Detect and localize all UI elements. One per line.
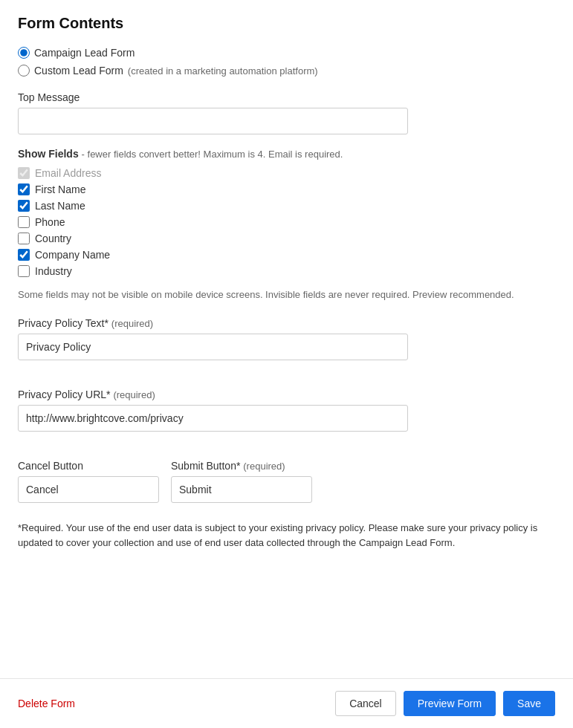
form-type-radio-group: Campaign Lead Form Custom Lead Form (cre… [18, 47, 555, 77]
button-labels-section: Cancel Button Submit Button* (required) [18, 460, 555, 503]
email-label: Email Address [35, 167, 101, 179]
preview-form-button[interactable]: Preview Form [404, 691, 496, 716]
top-message-section: Top Message [18, 91, 555, 134]
privacy-policy-url-label: Privacy Policy URL* (required) [18, 389, 555, 400]
button-label-fields: Cancel Button Submit Button* (required) [18, 460, 555, 503]
show-fields-label-text: Show Fields [18, 148, 79, 160]
delete-form-button[interactable]: Delete Form [18, 698, 75, 709]
custom-lead-form-option[interactable]: Custom Lead Form (created in a marketing… [18, 65, 555, 77]
fields-info-text: Some fields may not be visible on mobile… [18, 287, 555, 302]
privacy-policy-text-section: Privacy Policy Text* (required) [18, 317, 555, 360]
industry-checkbox[interactable] [18, 265, 30, 277]
phone-label: Phone [35, 216, 65, 228]
field-first-name[interactable]: First Name [18, 183, 555, 195]
country-label: Country [35, 233, 71, 244]
privacy-policy-url-section: Privacy Policy URL* (required) [18, 389, 555, 432]
cancel-button-input[interactable] [18, 476, 159, 503]
first-name-label: First Name [35, 183, 85, 195]
last-name-checkbox[interactable] [18, 200, 30, 212]
show-fields-section: Show Fields - fewer fields convert bette… [18, 148, 555, 302]
field-industry[interactable]: Industry [18, 265, 555, 277]
field-company-name[interactable]: Company Name [18, 249, 555, 261]
fields-checkbox-group: Email Address First Name Last Name Phone… [18, 167, 555, 277]
privacy-policy-url-input[interactable] [18, 405, 408, 432]
submit-button-input[interactable] [171, 476, 312, 503]
privacy-policy-text-label: Privacy Policy Text* (required) [18, 317, 555, 329]
show-fields-header: Show Fields - fewer fields convert bette… [18, 148, 555, 160]
campaign-lead-form-radio[interactable] [18, 47, 30, 59]
first-name-checkbox[interactable] [18, 183, 30, 195]
footer-right-buttons: Cancel Preview Form Save [335, 691, 555, 716]
field-email[interactable]: Email Address [18, 167, 555, 179]
save-button[interactable]: Save [503, 691, 555, 716]
footer-bar: Delete Form Cancel Preview Form Save [0, 678, 573, 728]
custom-lead-form-label: Custom Lead Form [34, 65, 123, 77]
country-checkbox[interactable] [18, 233, 30, 244]
last-name-label: Last Name [35, 200, 85, 212]
field-last-name[interactable]: Last Name [18, 200, 555, 212]
cancel-button-label: Cancel Button [18, 460, 159, 472]
cancel-button-col: Cancel Button [18, 460, 159, 503]
custom-lead-form-radio[interactable] [18, 65, 30, 77]
top-message-input[interactable] [18, 108, 408, 134]
field-country[interactable]: Country [18, 233, 555, 244]
campaign-lead-form-label: Campaign Lead Form [34, 47, 135, 59]
email-checkbox[interactable] [18, 167, 30, 179]
campaign-lead-form-option[interactable]: Campaign Lead Form [18, 47, 555, 59]
disclaimer-text: *Required. Your use of the end user data… [18, 521, 555, 552]
custom-lead-form-suffix: (created in a marketing automation platf… [128, 65, 318, 77]
privacy-policy-text-input[interactable] [18, 334, 408, 360]
show-fields-note: - fewer fields convert better! Maximum i… [82, 149, 343, 160]
industry-label: Industry [35, 265, 72, 277]
cancel-button[interactable]: Cancel [335, 691, 396, 716]
submit-button-label: Submit Button* (required) [171, 460, 312, 472]
company-name-checkbox[interactable] [18, 249, 30, 261]
phone-checkbox[interactable] [18, 216, 30, 228]
submit-button-col: Submit Button* (required) [171, 460, 312, 503]
page-title: Form Contents [18, 15, 555, 32]
page-container: Form Contents Campaign Lead Form Custom … [0, 0, 573, 728]
field-phone[interactable]: Phone [18, 216, 555, 228]
top-message-label: Top Message [18, 91, 555, 103]
company-name-label: Company Name [35, 249, 110, 261]
